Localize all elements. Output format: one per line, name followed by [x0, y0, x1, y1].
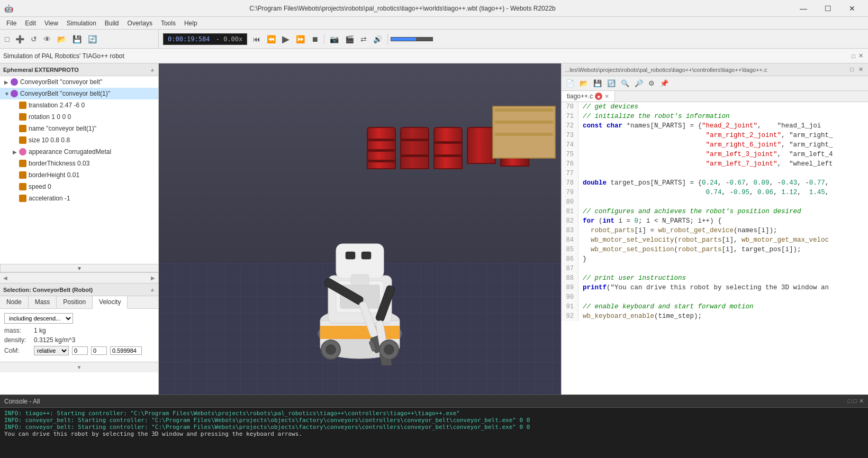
tree-item-9[interactable]: speed 0: [0, 181, 158, 193]
close-button[interactable]: ✕: [840, 1, 864, 16]
line-content-79[interactable]: 0.74, -0.95, 0.06, 1.12, 1.45,: [578, 188, 833, 197]
rewind-button[interactable]: ⏮: [250, 33, 263, 45]
speed-progress: [391, 38, 416, 41]
tree-item-2[interactable]: translation 2.47 -6 0: [0, 99, 158, 111]
line-content-87[interactable]: [578, 264, 591, 273]
viewport-3d[interactable]: [159, 63, 561, 395]
line-content-73[interactable]: "arm_right_2_joint", "arm_right_: [578, 131, 837, 140]
line-content-90[interactable]: [578, 292, 591, 302]
com-x-input[interactable]: [72, 346, 88, 355]
console-minimize-icon[interactable]: □: [848, 398, 852, 405]
share-button[interactable]: ⇄: [358, 33, 369, 45]
menu-item-tools[interactable]: Tools: [157, 17, 180, 29]
menu-item-build[interactable]: Build: [101, 17, 123, 29]
editor-minimize-icon[interactable]: □: [848, 66, 855, 74]
line-number-84: 84: [562, 235, 578, 245]
selection-scroll-btn[interactable]: ▲: [150, 287, 155, 292]
com-relative-select[interactable]: relative absolute: [34, 346, 69, 355]
editor-save-btn[interactable]: 💾: [591, 78, 604, 88]
code-editor[interactable]: 70// get devices71// initialize the robo…: [562, 102, 868, 395]
tab-position[interactable]: Position: [57, 296, 93, 308]
line-content-89[interactable]: printf("You can drive this robot by sele…: [578, 283, 833, 292]
line-content-76[interactable]: "arm_left_7_joint", "wheel_left: [578, 159, 837, 169]
tab-close-btn[interactable]: ✕: [604, 93, 609, 100]
stop-button[interactable]: ⏹: [309, 33, 321, 45]
line-content-81[interactable]: // configures and achieves the robot's p…: [578, 207, 806, 216]
tree-item-4[interactable]: name "conveyor belt(1)": [0, 123, 158, 134]
menu-item-simulation[interactable]: Simulation: [62, 17, 101, 29]
editor-reload-btn[interactable]: 🔃: [605, 78, 618, 88]
line-content-84[interactable]: wb_motor_set_velocity(robot_parts[i], wb…: [578, 235, 833, 245]
menu-item-file[interactable]: File: [2, 17, 21, 29]
tab-node[interactable]: Node: [0, 296, 29, 308]
record-button[interactable]: 🎬: [342, 33, 357, 45]
sim-close-icon[interactable]: ✕: [857, 52, 865, 60]
toolbar-btn-view[interactable]: 👁: [41, 33, 53, 45]
tree-item-1[interactable]: ▼ConveyorBelt "conveyor belt(1)": [0, 88, 158, 99]
line-content-72[interactable]: const char *names[N_PARTS] = {"head_2_jo…: [578, 121, 825, 131]
fast-forward-button[interactable]: ⏩: [293, 33, 308, 45]
line-content-78[interactable]: double target_pos[N_PARTS] = {0.24, -0.6…: [578, 178, 833, 188]
tree-item-7[interactable]: borderThickness 0.03: [0, 158, 158, 169]
menu-item-overlays[interactable]: Overlays: [123, 17, 157, 29]
play-button[interactable]: ▶: [279, 32, 292, 47]
tree-item-10[interactable]: acceleration -1: [0, 193, 158, 204]
line-content-82[interactable]: for (int i = 0; i < N_PARTS; i++) {: [578, 216, 726, 226]
tree-scroll-left[interactable]: ◀: [3, 275, 7, 281]
menu-item-view[interactable]: View: [40, 17, 62, 29]
tree-item-5[interactable]: size 10 0.8 0.8: [0, 134, 158, 146]
line-content-70[interactable]: // get devices: [578, 102, 643, 112]
editor-pin-btn[interactable]: 📌: [658, 78, 671, 88]
editor-search-btn[interactable]: 🔍: [619, 78, 631, 88]
editor-tab-tiago[interactable]: tiago++.c ● ✕: [562, 91, 615, 102]
com-y-input[interactable]: [91, 346, 107, 355]
sound-button[interactable]: 🔊: [370, 33, 385, 45]
line-content-80[interactable]: [578, 197, 591, 207]
console-close-icon[interactable]: ✕: [859, 398, 864, 405]
maximize-button[interactable]: ☐: [816, 1, 839, 16]
editor-search2-btn[interactable]: 🔎: [632, 78, 645, 88]
scene-tree[interactable]: ▶ConveyorBelt "conveyor belt"▼ConveyorBe…: [0, 76, 158, 264]
toolbar-btn-refresh[interactable]: 🔄: [85, 33, 100, 45]
toolbar-btn-add[interactable]: ➕: [13, 33, 27, 45]
tree-item-6[interactable]: ▶appearance CorrugatedMetal: [0, 146, 158, 158]
line-content-91[interactable]: // enable keyboard and start forward mot…: [578, 302, 758, 312]
descendant-select[interactable]: including descend... excluding desc...: [4, 313, 73, 324]
line-content-83[interactable]: robot_parts[i] = wb_robot_get_device(nam…: [578, 226, 782, 235]
line-content-92[interactable]: wb_keyboard_enable(time_step);: [578, 312, 706, 321]
editor-new-btn[interactable]: 📄: [564, 78, 576, 88]
tab-mass[interactable]: Mass: [29, 296, 57, 308]
tree-item-8[interactable]: borderHeight 0.01: [0, 169, 158, 181]
tree-item-3[interactable]: rotation 1 0 0 0: [0, 111, 158, 123]
tree-scroll-right[interactable]: ▶: [151, 275, 155, 281]
line-content-88[interactable]: // print user instructions: [578, 273, 690, 283]
menu-item-help[interactable]: Help: [180, 17, 202, 29]
line-content-86[interactable]: }: [578, 254, 591, 264]
toolbar-btn-new[interactable]: □: [2, 33, 12, 45]
line-content-85[interactable]: wb_motor_set_position(robot_parts[i], ta…: [578, 245, 806, 254]
line-content-71[interactable]: // initialize the robot's information: [578, 112, 734, 121]
code-line-71: 71// initialize the robot's information: [562, 112, 868, 121]
sim-minimize-icon[interactable]: □: [850, 52, 857, 60]
svg-point-21: [326, 344, 336, 355]
toolbar-btn-save[interactable]: 💾: [70, 33, 84, 45]
info-scroll-down[interactable]: ▼: [77, 364, 82, 370]
tree-scroll-down[interactable]: ▼: [0, 264, 158, 272]
tree-item-0[interactable]: ▶ConveyorBelt "conveyor belt": [0, 76, 158, 88]
editor-open-btn[interactable]: 📂: [577, 78, 590, 88]
tab-velocity[interactable]: Velocity: [93, 296, 128, 309]
menu-item-edit[interactable]: Edit: [21, 17, 40, 29]
console-expand-icon[interactable]: □: [853, 398, 857, 405]
screenshot-button[interactable]: 📷: [327, 33, 341, 45]
editor-close-icon[interactable]: ✕: [857, 66, 865, 74]
step-back-button[interactable]: ⏪: [264, 33, 278, 45]
scene-tree-scroll-up[interactable]: ▲: [150, 67, 155, 72]
line-content-75[interactable]: "arm_left_3_joint", "arm_left_4: [578, 150, 837, 159]
minimize-button[interactable]: —: [792, 1, 815, 16]
line-content-77[interactable]: [578, 169, 591, 178]
editor-settings-btn[interactable]: ⚙: [646, 78, 657, 88]
toolbar-btn-open[interactable]: 📂: [55, 33, 69, 45]
com-z-input[interactable]: [110, 346, 142, 355]
line-content-74[interactable]: "arm_right_6_joint", "arm_right_: [578, 140, 837, 150]
toolbar-btn-reload[interactable]: ↺: [28, 33, 40, 45]
